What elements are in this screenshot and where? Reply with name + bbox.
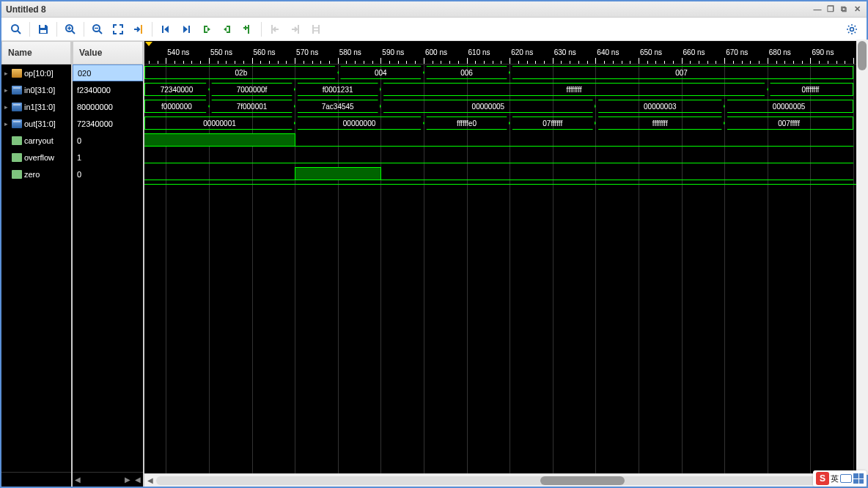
signal-value[interactable]: 0	[73, 166, 143, 182]
bus-segment: 00000001	[144, 117, 295, 130]
zoom-out-button[interactable]	[89, 21, 106, 38]
bus-segment: f0001231	[295, 83, 380, 96]
expand-icon[interactable]: ▸	[4, 103, 12, 111]
sogou-icon: S	[816, 472, 829, 485]
horizontal-scrollbar[interactable]: ◀ ▶	[144, 473, 867, 487]
zoom-in-button[interactable]	[62, 21, 79, 38]
bus-segment: 72340000	[144, 83, 209, 96]
bus-segment: 7000000f	[209, 83, 295, 96]
signal-row[interactable]: ▸in1[31:0]	[1, 98, 71, 115]
prev-marker-button[interactable]	[266, 21, 284, 38]
signal-row[interactable]: ▸out[31:0]	[1, 115, 71, 132]
wire-level	[144, 133, 295, 147]
hscroll-left-icon[interactable]: ◀	[144, 475, 156, 487]
expand-icon[interactable]: ▸	[4, 70, 12, 77]
scroll-right-icon[interactable]: ▶	[122, 476, 133, 484]
name-column: Name ▸op[10:0]▸in0[31:0]▸in1[31:0]▸out[3…	[1, 41, 73, 487]
bus-segment: 00000005	[724, 100, 853, 113]
signal-row[interactable]: zero	[1, 166, 71, 182]
bus-segment: 7ac34545	[295, 100, 380, 113]
bus-segment: f0000000	[144, 100, 209, 113]
bus-segment: ffffffff	[595, 117, 724, 130]
bus-segment: 006	[424, 66, 510, 79]
ime-label: 英	[831, 473, 839, 484]
svg-rect-3	[40, 30, 46, 33]
keyboard-icon	[840, 474, 852, 483]
next-transition-button[interactable]	[218, 21, 236, 38]
settings-button[interactable]	[843, 21, 861, 38]
signal-name: out[31:0]	[24, 119, 56, 128]
signal-name: zero	[24, 170, 40, 179]
zoom-fit-button[interactable]	[109, 21, 127, 38]
bus-segment: 07ffffff	[510, 117, 595, 130]
save-button[interactable]	[34, 21, 52, 38]
signal-row[interactable]: overflow	[1, 149, 71, 166]
hscroll-thumb[interactable]	[540, 476, 624, 485]
signal-value[interactable]: 80000000	[73, 98, 143, 115]
wire-level	[295, 167, 380, 180]
time-ruler[interactable]: 540 ns550 ns560 ns570 ns580 ns590 ns600 …	[144, 41, 867, 64]
value-column: Value 020f23400008000000072340000010 ◀ ▶…	[73, 41, 144, 487]
next-marker-button[interactable]	[287, 21, 304, 38]
bus-icon	[12, 119, 22, 128]
search-button[interactable]	[7, 21, 25, 38]
waveform-panel: 540 ns550 ns560 ns570 ns580 ns590 ns600 …	[144, 41, 867, 487]
wire-level	[295, 146, 853, 147]
bus-segment: 0fffffff	[768, 83, 853, 96]
svg-line-1	[18, 31, 21, 34]
close-icon[interactable]: ✕	[852, 4, 862, 15]
toolbar	[1, 18, 867, 41]
bus-segment: 004	[338, 66, 424, 79]
signal-row[interactable]: ▸op[10:0]	[1, 64, 71, 81]
add-marker-button[interactable]	[239, 21, 257, 38]
signal-row[interactable]: ▸in0[31:0]	[1, 81, 71, 98]
window-title: Untitled 8	[6, 4, 46, 15]
main-area: Name ▸op[10:0]▸in0[31:0]▸in1[31:0]▸out[3…	[1, 41, 867, 487]
maximize-icon[interactable]: ❐	[825, 4, 836, 15]
minimize-icon[interactable]: —	[812, 4, 823, 15]
signal-value[interactable]: 72340000	[73, 115, 143, 132]
value-header[interactable]: Value	[73, 41, 143, 64]
vscroll-thumb[interactable]	[858, 41, 867, 70]
waveform-area[interactable]: 02b004006007723400007000000ff0001231ffff…	[144, 64, 867, 473]
bus-segment: 7f000001	[209, 100, 295, 113]
signal-name: in1[31:0]	[24, 103, 55, 111]
signal-value[interactable]: 1	[73, 149, 143, 166]
bus-segment: ffffffff	[380, 83, 767, 96]
signal-value[interactable]: f2340000	[73, 81, 143, 98]
titlebar[interactable]: Untitled 8 — ❐ ⧉ ✕	[1, 1, 867, 18]
ime-grid-icon	[853, 473, 864, 484]
wire-level	[144, 163, 853, 163]
goto-last-button[interactable]	[177, 21, 195, 38]
signal-row[interactable]: carryout	[1, 132, 71, 149]
signal-value[interactable]: 020	[73, 64, 143, 81]
op-icon	[12, 69, 22, 78]
scroll-left-icon[interactable]: ◀	[73, 476, 83, 484]
expand-icon[interactable]: ▸	[4, 120, 12, 127]
bus-icon	[12, 86, 22, 95]
goto-first-button[interactable]	[157, 21, 174, 38]
vertical-scrollbar[interactable]	[856, 40, 868, 475]
ime-indicator[interactable]: S 英	[813, 470, 867, 487]
svg-point-21	[850, 27, 854, 31]
signal-name: in0[31:0]	[24, 86, 55, 95]
bus-icon	[12, 103, 22, 111]
svg-rect-2	[40, 25, 45, 28]
value-footer: ◀ ▶ ◀	[73, 472, 143, 487]
svg-point-0	[12, 25, 18, 32]
name-footer	[1, 472, 71, 487]
restore-icon[interactable]: ⧉	[839, 4, 849, 15]
swap-markers-button[interactable]	[307, 21, 325, 38]
expand-icon[interactable]: ▸	[4, 86, 12, 94]
scroll-left2-icon[interactable]: ◀	[133, 476, 143, 484]
signal-name: overflow	[24, 153, 54, 162]
svg-line-5	[72, 31, 75, 34]
name-header[interactable]: Name	[1, 41, 71, 64]
signal-name: op[10:0]	[24, 69, 54, 78]
signal-name: carryout	[24, 136, 54, 145]
svg-line-9	[99, 31, 102, 34]
bus-segment: ffffffe0	[424, 117, 510, 130]
prev-transition-button[interactable]	[198, 21, 216, 38]
goto-cursor-button[interactable]	[130, 21, 147, 38]
signal-value[interactable]: 0	[73, 132, 143, 149]
